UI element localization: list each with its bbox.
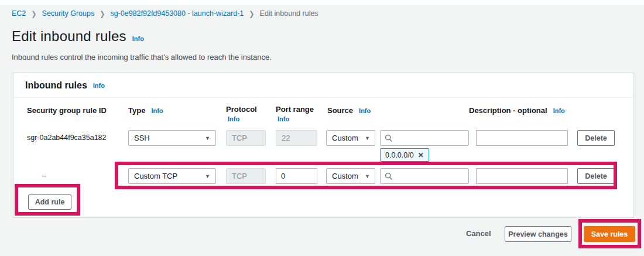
add-rule-button[interactable]: Add rule <box>28 194 71 210</box>
source-select-row2[interactable]: Custom ▼ <box>326 168 375 184</box>
type-select-row2[interactable]: Custom TCP ▼ <box>128 168 216 184</box>
type-select-row2-value: Custom TCP <box>134 172 177 180</box>
port-range-value-row1: 22 <box>282 134 290 142</box>
header-type-info-link[interactable]: Info <box>151 107 163 114</box>
token-dismiss-icon[interactable]: ✕ <box>418 152 424 159</box>
type-select-row1-value: SSH <box>134 134 150 142</box>
panel-title: Inbound rules <box>25 80 87 91</box>
protocol-value-row1: TCP <box>232 134 247 142</box>
header-rule-id: Security group rule ID <box>27 106 107 115</box>
inbound-rules-panel: Inbound rules Info Security group rule I… <box>13 73 634 217</box>
page: EC2 ❯ Security Groups ❯ sg-0e982f92fd945… <box>0 0 644 256</box>
page-title-info-link[interactable]: Info <box>132 35 144 42</box>
delete-button-row1[interactable]: Delete <box>577 130 615 146</box>
protocol-value-row2: TCP <box>232 172 247 180</box>
save-rules-button[interactable]: Save rules <box>584 226 635 242</box>
preview-changes-button[interactable]: Preview changes <box>505 226 571 242</box>
header-description-label: Description - optional <box>469 106 547 115</box>
page-title: Edit inbound rules <box>12 28 126 45</box>
port-range-wrap-row2 <box>276 168 317 184</box>
type-select-row1[interactable]: SSH ▼ <box>128 130 216 146</box>
header-source-label: Source <box>327 106 353 115</box>
description-input-row2[interactable] <box>476 168 568 184</box>
header-type-label: Type <box>128 106 145 115</box>
breadcrumb-ec2[interactable]: EC2 <box>12 9 26 18</box>
chevron-down-icon: ▼ <box>365 173 370 179</box>
header-protocol-info-link[interactable]: Info <box>228 115 239 122</box>
source-select-row2-value: Custom <box>332 172 358 180</box>
source-search-row1[interactable] <box>380 130 469 146</box>
port-range-input-row2[interactable] <box>276 168 317 184</box>
breadcrumb: EC2 ❯ Security Groups ❯ sg-0e982f92fd945… <box>12 9 318 18</box>
chevron-right-icon: ❯ <box>100 9 105 18</box>
chevron-down-icon: ▼ <box>365 135 370 141</box>
top-strip <box>0 0 644 5</box>
header-description: Description - optionalInfo <box>469 106 565 115</box>
header-port-range: Port range <box>276 105 314 114</box>
chevron-down-icon: ▼ <box>205 135 210 141</box>
chevron-right-icon: ❯ <box>31 9 36 18</box>
search-icon <box>385 134 393 142</box>
header-source-info-link[interactable]: Info <box>359 107 371 114</box>
header-protocol: Protocol <box>226 105 257 114</box>
rule-id-value: – <box>42 172 46 180</box>
cidr-token: 0.0.0.0/0 ✕ <box>380 148 429 162</box>
source-select-row1[interactable]: Custom ▼ <box>326 130 375 146</box>
breadcrumb-security-groups[interactable]: Security Groups <box>42 9 95 18</box>
panel-title-info-link[interactable]: Info <box>93 82 105 89</box>
breadcrumb-current: Edit inbound rules <box>260 9 318 18</box>
breadcrumb-security-group-id[interactable]: sg-0e982f92fd9453080 - launch-wizard-1 <box>110 9 244 18</box>
description-wrap-row1 <box>476 130 568 146</box>
page-subtitle: Inbound rules control the incoming traff… <box>12 53 272 62</box>
header-port-range-info-link[interactable]: Info <box>278 115 289 122</box>
search-icon <box>385 172 393 180</box>
delete-button-row2[interactable]: Delete <box>577 168 615 184</box>
cidr-token-value: 0.0.0.0/0 <box>385 151 414 159</box>
chevron-down-icon: ▼ <box>205 173 210 179</box>
protocol-field-row1: TCP <box>226 130 266 146</box>
source-select-row1-value: Custom <box>332 134 358 142</box>
cancel-button[interactable]: Cancel <box>466 229 491 238</box>
chevron-right-icon: ❯ <box>249 9 254 18</box>
header-source: SourceInfo <box>327 106 371 115</box>
header-description-info-link[interactable]: Info <box>553 107 565 114</box>
rule-id-value: sgr-0a2ab44f9ca35a182 <box>27 134 107 142</box>
description-wrap-row2 <box>476 168 568 184</box>
port-range-field-row1: 22 <box>276 130 317 146</box>
panel-header: Inbound rules Info <box>13 73 633 98</box>
source-search-row2[interactable] <box>380 168 469 184</box>
description-input-row1[interactable] <box>476 130 568 146</box>
titlebar: Edit inbound rules Info <box>12 28 144 45</box>
header-type: TypeInfo <box>128 106 163 115</box>
protocol-field-row2: TCP <box>226 168 266 184</box>
